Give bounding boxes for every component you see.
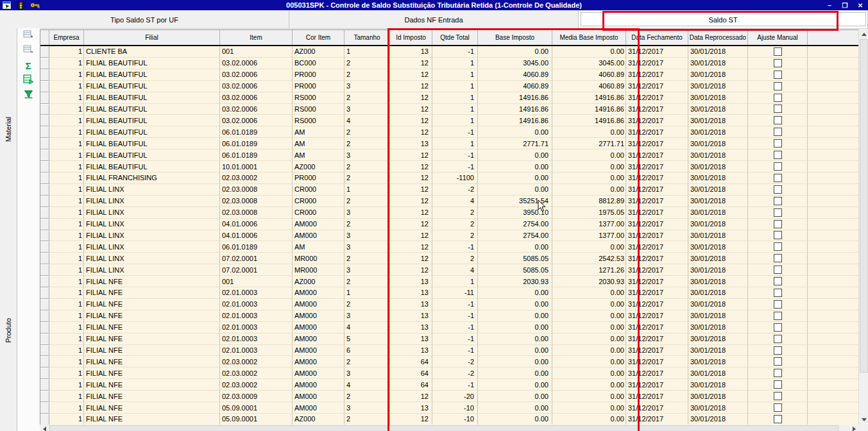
cell-data_reprocessado[interactable]: 30/01/2018 (688, 334, 748, 345)
cell-ajuste_manual[interactable] (748, 334, 808, 345)
cell-empresa[interactable]: 1 (49, 287, 84, 299)
cell-empresa[interactable]: 1 (49, 126, 84, 138)
cell-empresa[interactable]: 1 (49, 368, 84, 379)
cell-qtde_total[interactable]: -1 (432, 126, 478, 138)
cell-cor_item[interactable]: AZ000 (293, 161, 345, 173)
table-row[interactable]: 1FILIAL NFE02.03.0009AM000212-200.000.00… (40, 391, 858, 402)
cell-item[interactable]: 10.01.0001 (220, 161, 293, 173)
remove-record-button[interactable] (20, 44, 37, 58)
cell-item[interactable]: 07.02.0001 (220, 264, 293, 276)
cell-tamanho[interactable]: 1 (345, 184, 390, 196)
cell-data_fechamento[interactable]: 31/12/2017 (626, 149, 688, 161)
cell-tamanho[interactable]: 2 (345, 253, 390, 264)
table-row[interactable]: 1FILIAL NFE05.09.0001AZ000212-100.000.00… (40, 414, 858, 425)
cell-base_imposto[interactable]: 2030.93 (478, 276, 552, 287)
row-selector[interactable] (40, 356, 49, 368)
cell-id_imposto[interactable]: 13 (390, 276, 432, 287)
cell-cor_item[interactable]: AZ000 (293, 276, 345, 287)
add-record-button[interactable] (20, 30, 37, 43)
table-row[interactable]: 1FILIAL LINX02.03.0008CR000212435251.548… (40, 196, 858, 207)
cell-filial[interactable]: FILIAL NFE (84, 322, 220, 334)
cell-media_base_imposto[interactable]: 14916.86 (552, 115, 626, 126)
cell-data_fechamento[interactable]: 31/12/2017 (626, 138, 688, 149)
cell-data_reprocessado[interactable]: 30/01/2018 (688, 104, 748, 115)
cell-data_reprocessado[interactable]: 30/01/2018 (688, 161, 748, 173)
cell-empresa[interactable]: 1 (49, 345, 84, 357)
vertical-scrollbar[interactable] (858, 30, 868, 425)
cell-ajuste_manual[interactable] (748, 81, 808, 92)
column-header-data_fechamento[interactable]: Data Fechamento (626, 30, 688, 45)
cell-item[interactable]: 02.03.0002 (220, 379, 293, 391)
cell-ajuste_manual[interactable] (748, 207, 808, 219)
cell-item[interactable]: 02.01.0003 (220, 310, 293, 322)
cell-data_reprocessado[interactable]: 30/01/2018 (688, 184, 748, 196)
cell-base_imposto[interactable]: 0.00 (478, 310, 552, 322)
cell-id_imposto[interactable]: 12 (390, 161, 432, 173)
cell-data_fechamento[interactable]: 31/12/2017 (626, 58, 688, 69)
cell-filial[interactable]: FILIAL LINX (84, 264, 220, 276)
cell-media_base_imposto[interactable]: 4060.89 (552, 81, 626, 92)
cell-tamanho[interactable]: 2 (345, 391, 390, 402)
sum-button[interactable]: Σ (20, 59, 37, 72)
cell-id_imposto[interactable]: 12 (390, 184, 432, 196)
cell-qtde_total[interactable]: 1 (432, 104, 478, 115)
cell-media_base_imposto[interactable]: 0.00 (552, 126, 626, 138)
horizontal-scrollbar[interactable] (40, 425, 858, 431)
cell-data_fechamento[interactable]: 31/12/2017 (626, 46, 688, 58)
cell-tamanho[interactable]: 3 (345, 264, 390, 276)
cell-empresa[interactable]: 1 (49, 264, 84, 276)
cell-filial[interactable]: FILIAL BEAUTIFUL (84, 104, 220, 115)
cell-media_base_imposto[interactable]: 2542.53 (552, 253, 626, 264)
cell-data_fechamento[interactable]: 31/12/2017 (626, 69, 688, 81)
row-selector[interactable] (40, 322, 49, 334)
cell-cor_item[interactable]: AM000 (293, 391, 345, 402)
cell-ajuste_manual[interactable] (748, 149, 808, 161)
cell-ajuste_manual[interactable] (748, 356, 808, 368)
cell-data_fechamento[interactable]: 31/12/2017 (626, 207, 688, 219)
cell-filial[interactable]: FILIAL FRANCHISING (84, 173, 220, 184)
cell-filial[interactable]: FILIAL BEAUTIFUL (84, 138, 220, 149)
cell-data_reprocessado[interactable]: 30/01/2018 (688, 356, 748, 368)
cell-qtde_total[interactable]: 2 (432, 219, 478, 230)
row-selector[interactable] (40, 149, 49, 161)
cell-data_reprocessado[interactable]: 30/01/2018 (688, 264, 748, 276)
ajuste-manual-checkbox[interactable] (774, 369, 782, 377)
cell-media_base_imposto[interactable]: 0.00 (552, 310, 626, 322)
cell-tamanho[interactable]: 2 (345, 58, 390, 69)
cell-empresa[interactable]: 1 (49, 276, 84, 287)
row-selector[interactable] (40, 173, 49, 184)
cell-qtde_total[interactable]: 1 (432, 276, 478, 287)
row-selector[interactable] (40, 402, 49, 414)
ajuste-manual-checkbox[interactable] (774, 323, 782, 332)
cell-data_fechamento[interactable]: 31/12/2017 (626, 264, 688, 276)
cell-filial[interactable]: FILIAL BEAUTIFUL (84, 115, 220, 126)
cell-cor_item[interactable]: AM000 (293, 299, 345, 310)
export-grid-button[interactable] (20, 74, 37, 87)
cell-data_reprocessado[interactable]: 30/01/2018 (688, 230, 748, 242)
cell-ajuste_manual[interactable] (748, 138, 808, 149)
table-row[interactable]: 1FILIAL BEAUTIFUL03.02.0006RS00041211491… (40, 115, 858, 126)
column-header-qtde_total[interactable]: Qtde Total (432, 30, 478, 45)
cell-empresa[interactable]: 1 (49, 391, 84, 402)
cell-ajuste_manual[interactable] (748, 264, 808, 276)
cell-filial[interactable]: FILIAL BEAUTIFUL (84, 149, 220, 161)
cell-data_fechamento[interactable]: 31/12/2017 (626, 230, 688, 242)
cell-item[interactable]: 03.02.0006 (220, 58, 293, 69)
row-selector[interactable] (40, 138, 49, 149)
restore-button[interactable]: ❐ (839, 1, 851, 10)
cell-item[interactable]: 02.01.0003 (220, 287, 293, 299)
cell-media_base_imposto[interactable]: 0.00 (552, 322, 626, 334)
cell-data_fechamento[interactable]: 31/12/2017 (626, 287, 688, 299)
ajuste-manual-checkbox[interactable] (774, 415, 782, 423)
cell-base_imposto[interactable]: 0.00 (478, 184, 552, 196)
cell-filial[interactable]: FILIAL NFE (84, 356, 220, 368)
cell-data_fechamento[interactable]: 31/12/2017 (626, 241, 688, 253)
row-selector[interactable] (40, 104, 49, 115)
table-row[interactable]: 1FILIAL NFE02.01.0003AM000313-10.000.003… (40, 310, 858, 322)
cell-ajuste_manual[interactable] (748, 345, 808, 357)
ajuste-manual-checkbox[interactable] (774, 47, 782, 56)
cell-cor_item[interactable]: CR000 (293, 184, 345, 196)
row-selector[interactable] (40, 58, 49, 69)
cell-cor_item[interactable]: AM (293, 126, 345, 138)
cell-data_fechamento[interactable]: 31/12/2017 (626, 104, 688, 115)
